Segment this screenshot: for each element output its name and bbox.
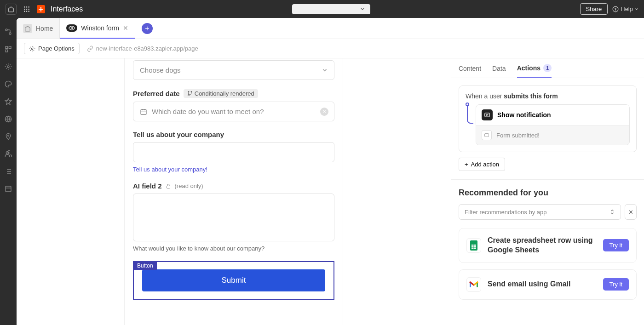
svg-point-3 — [24, 8, 25, 10]
actions-count-badge: 1 — [543, 64, 552, 72]
zapier-logo — [37, 5, 45, 13]
rail-gear-icon[interactable] — [4, 62, 13, 71]
button-tag: Button — [133, 262, 157, 270]
rec-filter-select[interactable]: Filter recommendations by app — [459, 204, 621, 220]
eye-icon — [66, 24, 77, 32]
submit-button[interactable]: Submit — [142, 269, 325, 291]
add-action-button[interactable]: + Add action — [459, 158, 505, 171]
flow-connector: Show notification Form submitted! — [466, 104, 630, 145]
svg-point-24 — [31, 48, 33, 50]
add-tab-button[interactable]: + — [142, 23, 153, 34]
svg-rect-28 — [141, 109, 146, 114]
svg-point-5 — [28, 8, 29, 10]
rec-card-gmail[interactable]: Send email using Gmail Try it — [459, 269, 637, 300]
form-card: Choose dogs Preferred date Conditionally… — [124, 58, 343, 325]
toolbar: Page Options new-interface-e8a983.zapier… — [17, 39, 644, 58]
action-card[interactable]: Show notification Form submitted! — [476, 104, 630, 145]
readonly-label: (read only) — [175, 182, 203, 189]
rail-flows-icon[interactable] — [4, 27, 13, 36]
svg-rect-31 — [485, 134, 489, 137]
submit-button-selected[interactable]: Button Submit — [133, 261, 334, 300]
form-group-company: Tell us about your company Tell us about… — [133, 131, 334, 173]
rail-globe-icon[interactable] — [4, 114, 13, 124]
rec-text: Send email using Gmail — [488, 279, 597, 289]
date-placeholder: Which date do you want to meet on? — [152, 108, 264, 115]
svg-point-7 — [26, 11, 28, 12]
page-url[interactable]: new-interface-e8a983.zapier.app/page — [87, 45, 198, 52]
form-group-aifield: AI field 2 (read only) What would you li… — [133, 182, 334, 252]
workspace-selector[interactable] — [292, 4, 370, 14]
app-title: Interfaces — [51, 5, 83, 13]
rail-pin-icon[interactable] — [4, 132, 13, 141]
right-panel: Content Data Actions 1 When a user submi… — [451, 58, 644, 325]
sheets-icon — [466, 238, 481, 253]
company-textarea[interactable] — [133, 142, 334, 162]
tab-label: Winston form — [81, 24, 119, 32]
plus-icon: + — [465, 161, 468, 168]
panel-tabs: Content Data Actions 1 — [451, 58, 644, 78]
tab-winston-form[interactable]: Winston form ✕ — [60, 18, 135, 39]
date-input[interactable]: Which date do you want to meet on? ✕ — [133, 102, 334, 121]
svg-rect-15 — [6, 46, 8, 49]
rail-layout-icon[interactable] — [4, 184, 13, 194]
panel-tab-content[interactable]: Content — [459, 64, 481, 78]
url-text: new-interface-e8a983.zapier.app/page — [96, 45, 198, 52]
svg-point-25 — [188, 94, 189, 96]
page-options-button[interactable]: Page Options — [24, 43, 80, 54]
rec-filter-row: Filter recommendations by app ✕ — [459, 204, 637, 220]
trigger-text: When a user submits this form — [466, 92, 630, 100]
svg-point-12 — [615, 11, 616, 11]
svg-rect-17 — [6, 50, 8, 52]
topbar-center — [88, 4, 574, 14]
select-placeholder: Choose dogs — [140, 66, 180, 74]
dogs-select[interactable]: Choose dogs — [133, 60, 334, 80]
rail-users-icon[interactable] — [4, 149, 13, 159]
clear-date-button[interactable]: ✕ — [320, 108, 328, 116]
svg-rect-22 — [6, 186, 11, 192]
form-group-dogs: Choose dogs — [133, 60, 334, 80]
sort-icon — [610, 209, 615, 215]
topbar-right: Share Help — [580, 3, 638, 15]
try-it-button[interactable]: Try it — [603, 278, 629, 291]
topbar-left: Interfaces — [6, 4, 83, 15]
rail-star-icon[interactable] — [4, 97, 13, 106]
svg-point-14 — [9, 33, 11, 34]
panel-tab-actions[interactable]: Actions 1 — [517, 64, 552, 78]
tab-home[interactable]: Home — [17, 18, 60, 39]
aifield-help: What would you like to know about our co… — [133, 245, 334, 252]
chevron-down-icon — [360, 7, 365, 11]
rec-text: Create spreadsheet row using Google Shee… — [488, 236, 597, 255]
try-it-button[interactable]: Try it — [603, 239, 629, 251]
home-icon — [23, 24, 32, 33]
rec-close-button[interactable]: ✕ — [625, 204, 637, 220]
panel-tab-data[interactable]: Data — [492, 64, 506, 78]
svg-point-8 — [28, 11, 29, 12]
rail-list-icon[interactable] — [4, 167, 13, 176]
close-icon[interactable]: ✕ — [123, 24, 128, 32]
help-label: Help — [621, 6, 633, 12]
svg-point-23 — [71, 27, 73, 29]
tab-add-container: + — [135, 18, 159, 39]
date-label: Preferred date Conditionally rendered — [133, 89, 334, 98]
svg-point-2 — [28, 6, 29, 8]
apps-grid-button[interactable] — [22, 5, 31, 14]
svg-rect-10 — [39, 9, 43, 10]
chevron-down-icon — [635, 7, 638, 11]
canvas[interactable]: Choose dogs Preferred date Conditionally… — [17, 58, 451, 325]
help-button[interactable]: Help — [612, 6, 638, 12]
side-rail — [0, 18, 17, 325]
svg-point-27 — [188, 91, 189, 92]
rail-components-icon[interactable] — [4, 45, 13, 54]
rail-palette-icon[interactable] — [4, 80, 13, 89]
share-button[interactable]: Share — [580, 3, 608, 15]
form-group-date: Preferred date Conditionally rendered Wh… — [133, 89, 334, 121]
home-icon-button[interactable] — [6, 4, 17, 15]
gmail-icon — [466, 277, 481, 292]
svg-rect-16 — [9, 46, 11, 49]
aifield-label: AI field 2 (read only) — [133, 182, 334, 190]
svg-point-4 — [26, 8, 28, 10]
rec-card-sheets[interactable]: Create spreadsheet row using Google Shee… — [459, 228, 637, 263]
grid-icon — [23, 6, 30, 13]
svg-rect-30 — [485, 113, 490, 117]
svg-point-26 — [191, 91, 192, 92]
